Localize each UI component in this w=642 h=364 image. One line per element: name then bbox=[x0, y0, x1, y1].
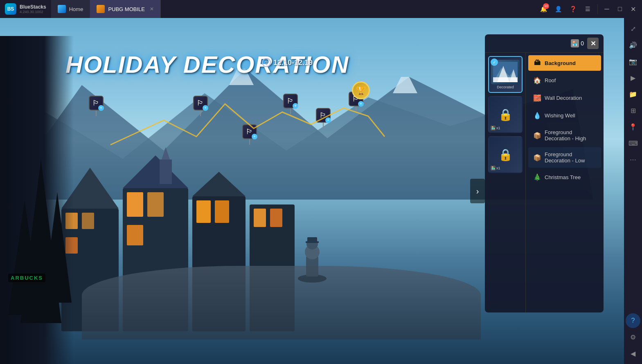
sidebar-apps[interactable]: ⊞ bbox=[626, 103, 640, 118]
menu-item-roof[interactable]: 🏠 Roof bbox=[528, 72, 601, 88]
slot-label-1: Decorated bbox=[497, 85, 514, 89]
map-pin-1[interactable]: 🏳 bbox=[88, 96, 104, 116]
pin-line-4 bbox=[290, 108, 291, 114]
sidebar-volume[interactable]: 🔊 bbox=[626, 38, 640, 52]
app-logo: BS BlueStacks 4.240.30.1002 bbox=[0, 3, 51, 15]
date-badge: ? 12.10-12.19 bbox=[262, 58, 313, 67]
pin-icon-3: 🏳 bbox=[242, 124, 257, 139]
svg-rect-14 bbox=[147, 192, 164, 217]
foreground-high-menu-icon: 📦 bbox=[533, 132, 541, 139]
fountain-statue bbox=[296, 236, 329, 290]
background-menu-icon: 🏔 bbox=[533, 59, 541, 67]
pin-line-3 bbox=[249, 139, 250, 145]
special-pin-icon: 🏆 bbox=[352, 81, 370, 99]
sidebar-screenshot[interactable]: 📷 bbox=[626, 54, 640, 69]
count-icon-2: 🏪 bbox=[491, 126, 496, 130]
tab-pubg[interactable]: PUBG MOBILE ✕ bbox=[90, 0, 161, 18]
pin-icon-4: 🏳 bbox=[283, 94, 298, 108]
home-tab-icon bbox=[58, 5, 66, 13]
divider bbox=[597, 4, 598, 14]
plaza bbox=[82, 266, 481, 339]
map-pin-4[interactable]: 🏳 bbox=[282, 94, 299, 114]
tab-home[interactable]: Home bbox=[51, 0, 90, 18]
sidebar-keyboard[interactable]: ⌨ bbox=[626, 136, 640, 151]
sidebar-location[interactable]: 📍 bbox=[626, 119, 640, 134]
app-version: 4.240.30.1002 bbox=[20, 10, 46, 14]
slot-check-1: ✓ bbox=[491, 58, 498, 66]
sidebar-folder[interactable]: 📁 bbox=[626, 87, 640, 101]
menu-item-foreground-high[interactable]: 📦 Foreground Decoration - High bbox=[528, 125, 601, 146]
wishing-well-menu-icon: 💧 bbox=[533, 112, 541, 119]
map-pin-2[interactable]: 🏳 bbox=[192, 96, 209, 116]
close-button[interactable]: ✕ bbox=[627, 3, 639, 15]
sidebar-settings[interactable]: ⚙ bbox=[626, 330, 640, 344]
svg-rect-25 bbox=[270, 209, 282, 227]
bluestacks-icon: BS bbox=[5, 3, 16, 15]
svg-rect-36 bbox=[493, 77, 518, 82]
svg-rect-13 bbox=[127, 192, 143, 217]
right-sidebar: ⤢ 🔊 📷 ▶ 📁 ⊞ 📍 ⌨ ⋯ ? ⚙ ◀ bbox=[624, 18, 642, 364]
roof-menu-icon: 🏠 bbox=[533, 76, 541, 84]
svg-marker-22 bbox=[192, 172, 246, 196]
menu-item-christmas-tree[interactable]: 🎄 Christmas Tree bbox=[528, 169, 601, 185]
sidebar-more[interactable]: ⋯ bbox=[626, 152, 640, 167]
pin-line-1 bbox=[96, 110, 97, 116]
svg-rect-17 bbox=[160, 160, 172, 184]
help-button[interactable]: ❓ bbox=[566, 2, 579, 16]
tree-silhouettes bbox=[8, 160, 74, 364]
tab-close[interactable]: ✕ bbox=[150, 6, 154, 12]
help-circle-icon[interactable]: ? bbox=[262, 58, 271, 67]
app-name: BlueStacks bbox=[20, 4, 46, 10]
lock-icon-3: 🔒 bbox=[498, 148, 513, 162]
christmas-tree-menu-icon: 🎄 bbox=[533, 173, 541, 181]
pin-line-2 bbox=[200, 110, 201, 116]
svg-marker-18 bbox=[162, 147, 170, 160]
panel-body: ✓ Decorated 🔒 bbox=[485, 53, 604, 312]
pin-icon-1: 🏳 bbox=[89, 96, 104, 110]
svg-rect-31 bbox=[306, 241, 319, 243]
svg-rect-15 bbox=[127, 225, 143, 245]
sidebar-help[interactable]: ? bbox=[626, 313, 640, 328]
pin-icon-2: 🏳 bbox=[193, 96, 208, 110]
map-pin-3[interactable]: 🏳 bbox=[241, 124, 258, 145]
title-bar-controls: 🔔 10 👤 ❓ ☰ ─ □ ✕ bbox=[537, 2, 642, 16]
svg-rect-24 bbox=[254, 209, 266, 227]
game-area: ARBUCKS bbox=[0, 18, 624, 364]
menu-item-wishing-well[interactable]: 💧 Wishing Well bbox=[528, 108, 601, 124]
svg-marker-16 bbox=[123, 155, 188, 188]
slot-item-3[interactable]: 🔒 🏪 x1 bbox=[488, 136, 523, 173]
pubg-tab-icon bbox=[97, 5, 105, 13]
foreground-low-menu-icon: 📦 bbox=[533, 154, 541, 162]
notification-button[interactable]: 🔔 10 bbox=[537, 2, 550, 16]
menu-item-background[interactable]: 🏔 Background bbox=[528, 55, 601, 71]
menu-area: 🏔 Background 🏠 Roof 🧱 Wall Decoration 💧 … bbox=[526, 53, 604, 312]
slot-item-2[interactable]: 🔒 🏪 x1 bbox=[488, 96, 523, 133]
currency-icon: 🏪 bbox=[571, 39, 579, 47]
sidebar-expand[interactable]: ⤢ bbox=[626, 21, 640, 36]
wall-decoration-menu-icon: 🧱 bbox=[533, 94, 541, 102]
panel-toggle-arrow[interactable]: › bbox=[470, 179, 485, 203]
notification-count: 10 bbox=[543, 3, 549, 9]
count-icon-3: 🏪 bbox=[491, 166, 496, 171]
left-trees bbox=[0, 36, 74, 364]
sidebar-video[interactable]: ▶ bbox=[626, 70, 640, 85]
menu-item-wall-decoration[interactable]: 🧱 Wall Decoration bbox=[528, 90, 601, 106]
slot-count-2: 🏪 x1 bbox=[491, 126, 500, 130]
panel-header: 🏪 0 ✕ bbox=[485, 34, 604, 53]
maximize-button[interactable]: □ bbox=[614, 3, 626, 15]
lock-icon-2: 🔒 bbox=[498, 108, 513, 121]
decoration-panel: 🏪 0 ✕ ✓ bbox=[485, 34, 604, 312]
currency-display: 🏪 0 bbox=[571, 39, 584, 47]
menu-button[interactable]: ☰ bbox=[581, 2, 594, 16]
slot-item-1[interactable]: ✓ Decorated bbox=[488, 56, 523, 93]
minimize-button[interactable]: ─ bbox=[601, 3, 613, 15]
account-button[interactable]: 👤 bbox=[552, 2, 565, 16]
sidebar-back[interactable]: ◀ bbox=[626, 346, 640, 361]
map-pin-5[interactable]: 🏳 bbox=[315, 108, 331, 128]
slot-area: ✓ Decorated 🔒 bbox=[485, 53, 526, 312]
map-pin-special[interactable]: 🏆 bbox=[352, 81, 370, 99]
menu-item-foreground-low[interactable]: 📦 Foreground Decoration - Low bbox=[528, 147, 601, 168]
pin-line-5 bbox=[323, 123, 324, 128]
svg-rect-20 bbox=[196, 200, 211, 223]
panel-close-button[interactable]: ✕ bbox=[587, 38, 599, 49]
